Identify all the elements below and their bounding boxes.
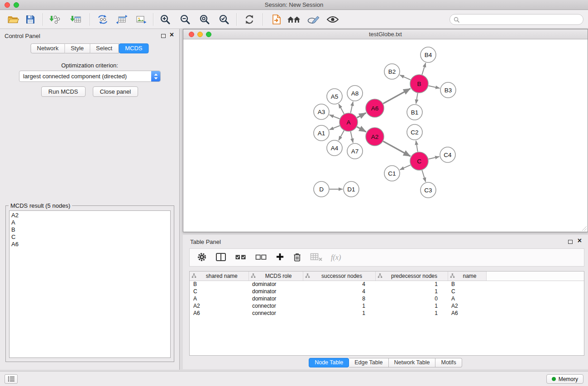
graph-edge-A-A3[interactable] [330, 115, 340, 119]
save-session-button[interactable] [23, 13, 38, 26]
deselect-all-button[interactable] [255, 253, 267, 262]
graph-edge-C-C4[interactable] [429, 157, 440, 159]
show-columns-button[interactable] [215, 252, 226, 263]
mcds-result-item[interactable]: A6 [11, 241, 170, 248]
tab-select[interactable]: Select [90, 43, 119, 53]
table-settings-button[interactable] [197, 252, 207, 263]
table-row[interactable]: Bdominator41B [190, 281, 584, 288]
mcds-result-item[interactable]: B [11, 226, 170, 234]
import-table-button[interactable] [68, 13, 83, 26]
graph-node-C[interactable]: C [410, 152, 428, 170]
graph-edge-A2-C[interactable] [383, 141, 410, 156]
function-builder-button[interactable]: f(x) [331, 253, 341, 262]
graph-node-A5[interactable]: A5 [327, 89, 342, 104]
graph-edge-B-B3[interactable] [429, 86, 440, 88]
select-all-button[interactable] [235, 253, 247, 262]
column-header-predecessor-nodes[interactable]: predecessor nodes [375, 272, 448, 281]
table-row[interactable]: Adominator80A [190, 295, 584, 302]
mcds-result-item[interactable]: A [11, 219, 170, 226]
tab-edge-table[interactable]: Edge Table [349, 358, 388, 367]
new-table-button[interactable] [114, 13, 129, 26]
search-input[interactable] [462, 15, 583, 24]
graph-node-B4[interactable]: B4 [421, 47, 436, 62]
tab-motifs[interactable]: Motifs [435, 358, 462, 367]
graph-node-B[interactable]: B [410, 75, 428, 93]
graph-node-C4[interactable]: C4 [440, 147, 455, 162]
graph-node-A7[interactable]: A7 [347, 143, 363, 159]
open-session-button[interactable] [5, 13, 21, 26]
graph-node-A1[interactable]: A1 [314, 125, 329, 141]
graph-node-C1[interactable]: C1 [384, 166, 400, 181]
graph-node-A3[interactable]: A3 [314, 104, 329, 119]
memory-button[interactable]: Memory [546, 374, 583, 384]
export-image-button[interactable] [133, 13, 148, 26]
optimization-criterion-select[interactable]: largest connected component (directed) [19, 71, 161, 82]
toggle-visibility-button[interactable] [325, 13, 340, 26]
delete-row-button[interactable] [293, 252, 301, 263]
graph-node-A4[interactable]: A4 [327, 140, 342, 156]
column-header-shared-name[interactable]: shared name [190, 272, 249, 281]
graph-edge-C-C1[interactable] [400, 165, 411, 170]
tab-network[interactable]: Network [30, 43, 65, 53]
graph-edge-B-B2[interactable] [400, 75, 411, 80]
tab-node-table[interactable]: Node Table [309, 358, 349, 367]
graph-node-A8[interactable]: A8 [347, 86, 363, 101]
import-network-button[interactable] [47, 13, 62, 26]
column-header-MCDS-role[interactable]: MCDS role [249, 272, 303, 281]
graph-node-C3[interactable]: C3 [421, 182, 436, 198]
close-window-button[interactable] [5, 2, 10, 8]
graph-edge-A-A7[interactable] [351, 132, 353, 143]
column-header-successor-nodes[interactable]: successor nodes [303, 272, 375, 281]
graph-node-B2[interactable]: B2 [384, 64, 400, 79]
graph-node-B1[interactable]: B1 [407, 105, 422, 120]
column-header-name[interactable]: name [448, 272, 486, 281]
mcds-result-item[interactable]: C [11, 234, 170, 241]
network-canvas[interactable]: B4B2BB3A8A5A6B1A3AC2A1A2A4A7C4CC1C3DD1 [183, 39, 588, 232]
graph-edge-C-C3[interactable] [422, 170, 425, 182]
add-row-button[interactable] [276, 253, 284, 262]
float-panel-button[interactable] [161, 34, 166, 38]
task-history-button[interactable] [5, 374, 18, 384]
zoom-fit-button[interactable] [197, 13, 212, 26]
float-table-panel-button[interactable] [568, 240, 573, 244]
new-network-button[interactable] [95, 13, 110, 26]
graph-node-A2[interactable]: A2 [366, 128, 384, 146]
table-row[interactable]: A2connector11A2 [190, 302, 584, 310]
network-minimize-button[interactable] [197, 32, 203, 37]
graph-edge-A-A8[interactable] [351, 102, 353, 113]
graph-edge-A-A1[interactable] [330, 126, 340, 130]
close-table-panel-button[interactable]: × [578, 237, 582, 245]
network-zoom-button[interactable] [206, 32, 211, 37]
graph-edge-A-A5[interactable] [339, 104, 344, 114]
zoom-out-button[interactable] [177, 13, 193, 26]
graph-edge-A6-B[interactable] [383, 89, 410, 104]
close-panel-button[interactable]: Close panel [93, 86, 139, 97]
mcds-result-item[interactable]: A2 [11, 212, 170, 219]
resize-grip[interactable] [581, 225, 587, 231]
annotation-button[interactable] [306, 13, 321, 26]
graph-node-A6[interactable]: A6 [366, 99, 384, 117]
zoom-in-button[interactable] [158, 13, 173, 26]
zoom-window-button[interactable] [14, 2, 19, 8]
graph-edge-A-A4[interactable] [339, 130, 344, 140]
graph-node-A[interactable]: A [339, 113, 358, 131]
tab-network-table[interactable]: Network Table [389, 358, 436, 367]
graph-node-C2[interactable]: C2 [407, 124, 422, 140]
table-row[interactable]: A6connector11A6 [190, 310, 584, 317]
zoom-selected-button[interactable] [216, 13, 232, 26]
graph-node-D[interactable]: D [314, 181, 329, 197]
refresh-button[interactable] [242, 13, 257, 26]
network-graph[interactable]: B4B2BB3A8A5A6B1A3AC2A1A2A4A7C4CC1C3DD1 [183, 39, 588, 232]
tab-mcds[interactable]: MCDS [119, 43, 148, 53]
home-view-button[interactable] [286, 13, 301, 26]
graph-edge-B-B4[interactable] [422, 63, 425, 75]
run-mcds-button[interactable]: Run MCDS [41, 86, 86, 97]
graph-edge-A-A2[interactable] [357, 127, 366, 132]
graph-edge-A-A6[interactable] [357, 113, 366, 118]
close-panel-icon-button[interactable]: × [170, 31, 174, 39]
graph-edge-C-C2[interactable] [416, 141, 418, 152]
graph-edge-B-B1[interactable] [416, 93, 418, 104]
graph-node-D1[interactable]: D1 [344, 181, 359, 197]
mcds-result-list[interactable]: A2ABCA6 [9, 210, 171, 358]
table-row[interactable]: Cdominator41C [190, 288, 584, 295]
